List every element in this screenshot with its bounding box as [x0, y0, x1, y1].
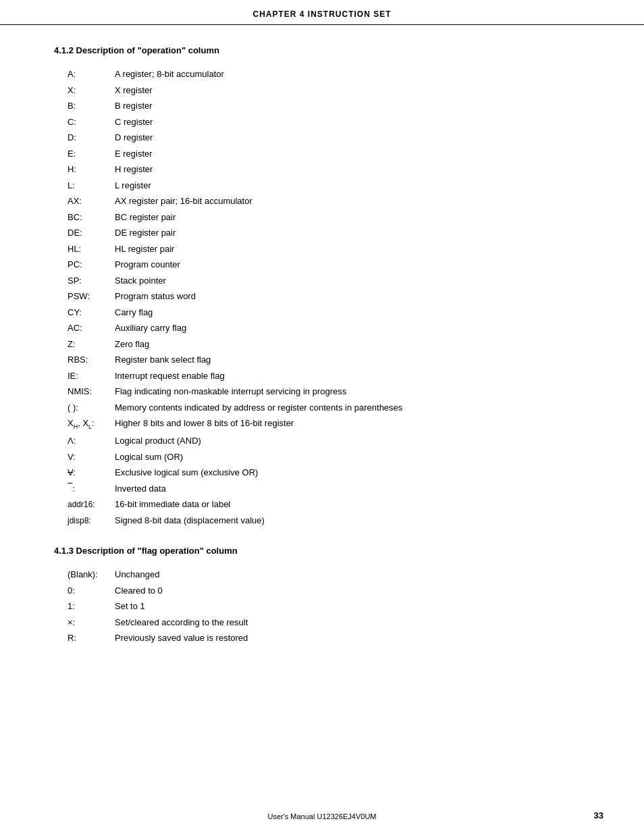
list-item: Λ:Logical product (AND)	[68, 434, 590, 448]
def-value: L register	[115, 179, 590, 192]
def-value: A register; 8-bit accumulator	[115, 68, 590, 81]
def-value: Higher 8 bits and lower 8 bits of 16-bit…	[115, 417, 590, 432]
def-key: D:	[68, 131, 115, 145]
def-value: Previously saved value is restored	[115, 631, 590, 645]
def-key: SP:	[68, 274, 115, 288]
def-key: ×:	[68, 616, 115, 629]
def-key: jdisp8:	[68, 514, 115, 527]
list-item: NMIS:Flag indicating non-maskable interr…	[68, 385, 590, 398]
section2-definitions: (Blank):Unchanged0:Cleared to 01:Set to …	[68, 568, 590, 645]
def-value: Signed 8-bit data (displacement value)	[115, 514, 590, 527]
list-item: XH, XL:Higher 8 bits and lower 8 bits of…	[68, 417, 590, 432]
def-value: Auxiliary carry flag	[115, 321, 590, 335]
list-item: D:D register	[68, 131, 590, 145]
list-item: 0:Cleared to 0	[68, 584, 590, 598]
list-item: PC:Program counter	[68, 258, 590, 271]
list-item: addr16:16-bit immediate data or label	[68, 498, 590, 511]
def-value: Unchanged	[115, 568, 590, 581]
list-item: DE:DE register pair	[68, 226, 590, 240]
def-value: Interrupt request enable flag	[115, 369, 590, 383]
list-item: Z:Zero flag	[68, 338, 590, 351]
list-item: :Inverted data	[68, 482, 590, 496]
def-key: RBS:	[68, 353, 115, 367]
section1-definitions: A:A register; 8-bit accumulatorX:X regis…	[68, 68, 590, 527]
def-key: Λ:	[68, 434, 115, 448]
def-value: Zero flag	[115, 338, 590, 351]
def-key: 1:	[68, 600, 115, 613]
def-key: H:	[68, 163, 115, 176]
def-key: (Blank):	[68, 568, 115, 581]
def-value: X register	[115, 84, 590, 97]
def-key: ( ):	[68, 401, 115, 415]
list-item: V:Exclusive logical sum (exclusive OR)	[68, 466, 590, 479]
def-key: addr16:	[68, 498, 115, 511]
def-value: HL register pair	[115, 242, 590, 256]
section1-title: 4.1.2 Description of "operation" column	[54, 45, 590, 55]
list-item: jdisp8:Signed 8-bit data (displacement v…	[68, 514, 590, 527]
list-item: B:B register	[68, 99, 590, 113]
def-value: E register	[115, 147, 590, 161]
def-key: X:	[68, 84, 115, 97]
def-value: Set to 1	[115, 600, 590, 613]
def-value: C register	[115, 115, 590, 129]
list-item: IE:Interrupt request enable flag	[68, 369, 590, 383]
list-item: A:A register; 8-bit accumulator	[68, 68, 590, 81]
def-key: HL:	[68, 242, 115, 256]
def-key: 0:	[68, 584, 115, 598]
def-key: A:	[68, 68, 115, 81]
list-item: L:L register	[68, 179, 590, 192]
def-value: Cleared to 0	[115, 584, 590, 598]
def-key: V:	[68, 466, 115, 479]
list-item: R:Previously saved value is restored	[68, 631, 590, 645]
def-value: H register	[115, 163, 590, 176]
list-item: RBS:Register bank select flag	[68, 353, 590, 367]
def-key: BC:	[68, 211, 115, 224]
list-item: HL:HL register pair	[68, 242, 590, 256]
def-key: Z:	[68, 338, 115, 351]
page-content: 4.1.2 Description of "operation" column …	[0, 25, 644, 704]
list-item: X:X register	[68, 84, 590, 97]
def-value: Memory contents indicated by address or …	[115, 401, 590, 415]
def-value: 16-bit immediate data or label	[115, 498, 590, 511]
def-value: Program counter	[115, 258, 590, 271]
def-key: NMIS:	[68, 385, 115, 398]
def-key: PSW:	[68, 290, 115, 303]
list-item: AC:Auxiliary carry flag	[68, 321, 590, 335]
def-key: PC:	[68, 258, 115, 271]
def-key: L:	[68, 179, 115, 192]
list-item: (Blank):Unchanged	[68, 568, 590, 581]
chapter-title: CHAPTER 4 INSTRUCTION SET	[252, 9, 391, 19]
def-value: Program status word	[115, 290, 590, 303]
def-key: AX:	[68, 194, 115, 208]
list-item: AX:AX register pair; 16-bit accumulator	[68, 194, 590, 208]
def-key: E:	[68, 147, 115, 161]
def-value: Logical sum (OR)	[115, 450, 590, 464]
page: CHAPTER 4 INSTRUCTION SET 4.1.2 Descript…	[0, 0, 644, 834]
def-value: Register bank select flag	[115, 353, 590, 367]
page-number: 33	[594, 810, 603, 820]
def-value: Exclusive logical sum (exclusive OR)	[115, 466, 590, 479]
list-item: SP:Stack pointer	[68, 274, 590, 288]
list-item: PSW:Program status word	[68, 290, 590, 303]
def-value: Logical product (AND)	[115, 434, 590, 448]
page-header: CHAPTER 4 INSTRUCTION SET	[0, 0, 644, 25]
def-value: B register	[115, 99, 590, 113]
def-key: C:	[68, 115, 115, 129]
list-item: V:Logical sum (OR)	[68, 450, 590, 464]
def-value: DE register pair	[115, 226, 590, 240]
section2-title: 4.1.3 Description of "flag operation" co…	[54, 546, 590, 556]
def-key: V:	[68, 450, 115, 464]
def-key: IE:	[68, 369, 115, 383]
page-footer: User's Manual U12326EJ4V0UM	[0, 812, 644, 820]
def-key: :	[68, 482, 115, 496]
footer-manual: User's Manual U12326EJ4V0UM	[267, 812, 376, 820]
def-key: XH, XL:	[68, 417, 115, 432]
def-value: Flag indicating non-maskable interrupt s…	[115, 385, 590, 398]
def-value: BC register pair	[115, 211, 590, 224]
def-value: Set/cleared according to the result	[115, 616, 590, 629]
def-key: B:	[68, 99, 115, 113]
def-value: Inverted data	[115, 482, 590, 496]
list-item: ( ):Memory contents indicated by address…	[68, 401, 590, 415]
def-value: D register	[115, 131, 590, 145]
def-value: Stack pointer	[115, 274, 590, 288]
